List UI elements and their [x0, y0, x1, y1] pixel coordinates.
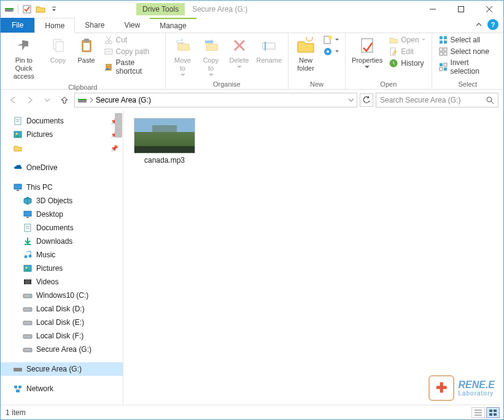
svg-point-65	[29, 255, 32, 258]
help-icon[interactable]: ?	[487, 19, 498, 30]
navigation-pane[interactable]: Documents📌Pictures📌📌 OneDrive This PC 3D…	[1, 111, 123, 405]
recent-locations-button[interactable]	[40, 93, 55, 107]
paste-shortcut-button[interactable]: Paste shortcut	[101, 58, 161, 76]
refresh-button[interactable]	[360, 93, 373, 107]
open-icon	[389, 35, 398, 45]
tab-file[interactable]: File	[1, 18, 34, 33]
tree-pc-item[interactable]: Videos	[1, 275, 123, 289]
details-view-button[interactable]	[471, 407, 485, 418]
properties-icon	[357, 36, 377, 55]
context-tab-drive-tools[interactable]: Drive Tools	[136, 3, 185, 15]
select-all-button[interactable]: Select all	[436, 34, 500, 45]
tree-pc-item[interactable]: Local Disk (D:)	[1, 302, 123, 316]
tree-network[interactable]: Network	[1, 382, 123, 395]
file-thumbnail	[134, 118, 195, 154]
new-item-icon	[323, 35, 333, 45]
properties-checkbox-icon[interactable]	[21, 3, 33, 15]
drive-icon	[23, 317, 33, 327]
new-folder-button[interactable]: New folder	[292, 34, 319, 74]
tree-pc-item[interactable]: Secure Area (G:)	[1, 343, 123, 356]
tree-this-pc[interactable]: This PC	[1, 181, 123, 194]
tab-manage[interactable]: Manage	[150, 18, 196, 33]
back-button[interactable]	[6, 93, 20, 107]
sidebar-scrollbar[interactable]	[114, 111, 123, 405]
quick-access-toolbar	[1, 3, 63, 15]
paste-button[interactable]: Paste	[73, 34, 100, 66]
svg-rect-93	[494, 413, 497, 416]
new-item-button[interactable]	[320, 34, 341, 45]
collapse-ribbon-icon[interactable]	[475, 21, 483, 28]
copy-path-button[interactable]: Copy path	[101, 46, 161, 57]
tree-onedrive[interactable]: OneDrive	[1, 161, 123, 174]
close-button[interactable]	[475, 1, 503, 18]
select-none-button[interactable]: Select none	[436, 46, 500, 57]
tree-quick-item[interactable]: Pictures📌	[1, 128, 123, 141]
svg-rect-43	[440, 68, 443, 71]
folder-qat-icon[interactable]	[34, 3, 47, 15]
svg-rect-4	[52, 7, 56, 7]
group-select: Select all Select none Invert selection …	[432, 33, 503, 89]
tree-pc-item[interactable]: Music	[1, 248, 123, 262]
file-item[interactable]: canada.mp3	[131, 118, 198, 165]
edit-button[interactable]: Edit	[386, 46, 427, 57]
search-input[interactable]: Search Secure Area (G:)	[376, 93, 498, 107]
watermark-badge-icon: ✚	[428, 375, 454, 401]
network-icon	[13, 384, 23, 394]
titlebar: Drive Tools Secure Area (G:)	[1, 1, 503, 18]
tree-pc-item[interactable]: 3D Objects	[1, 194, 123, 208]
file-list[interactable]: canada.mp3	[123, 111, 503, 405]
address-bar[interactable]: Secure Area (G:)	[74, 93, 357, 107]
tree-pc-item[interactable]: Documents	[1, 221, 123, 235]
status-bar: 1 item	[1, 405, 503, 419]
tree-pc-item[interactable]: Windows10 (C:)	[1, 289, 123, 302]
svg-rect-10	[56, 42, 63, 52]
minimize-button[interactable]	[419, 1, 447, 18]
tab-view[interactable]: View	[114, 18, 150, 33]
tree-secure-area-selected[interactable]: Secure Area (G:)	[1, 362, 123, 376]
easy-access-button[interactable]	[320, 46, 341, 57]
large-icons-view-button[interactable]	[486, 407, 500, 418]
pic-icon	[13, 130, 23, 139]
tree-pc-item[interactable]: Desktop	[1, 208, 123, 221]
tree-pc-item[interactable]: Pictures	[1, 262, 123, 275]
forward-button[interactable]	[23, 93, 37, 107]
invert-selection-button[interactable]: Invert selection	[436, 58, 500, 76]
qat-dropdown-icon[interactable]	[48, 3, 60, 15]
svg-rect-46	[78, 99, 87, 100]
cut-button[interactable]: Cut	[101, 34, 161, 45]
tree-pc-item[interactable]: Local Disk (F:)	[1, 329, 123, 343]
svg-rect-41	[440, 63, 443, 66]
svg-rect-91	[494, 410, 497, 412]
delete-button[interactable]: Delete	[226, 34, 253, 69]
rename-button[interactable]: Rename	[254, 34, 285, 66]
history-button[interactable]: History	[386, 58, 427, 69]
copy-to-button[interactable]: Copy to	[198, 34, 225, 77]
properties-button[interactable]: Properties	[349, 34, 385, 69]
svg-point-27	[328, 36, 332, 39]
drive-icon	[23, 304, 33, 314]
tree-pc-item[interactable]: Local Disk (E:)	[1, 316, 123, 329]
tab-share[interactable]: Share	[75, 18, 114, 33]
tab-home[interactable]: Home	[34, 18, 75, 33]
svg-rect-90	[489, 410, 492, 412]
svg-point-15	[109, 41, 112, 44]
pin-to-quick-access-button[interactable]: Pin to Quick access	[4, 34, 44, 82]
open-button[interactable]: Open	[386, 34, 427, 45]
svg-rect-59	[26, 217, 29, 218]
tree-pc-item[interactable]: Downloads	[1, 235, 123, 248]
tree-quick-item[interactable]: 📌	[1, 141, 123, 155]
svg-rect-42	[444, 63, 447, 66]
down-icon	[23, 236, 33, 246]
svg-rect-54	[14, 184, 21, 189]
tree-quick-item[interactable]: Documents📌	[1, 114, 123, 128]
edit-icon	[389, 47, 398, 56]
up-button[interactable]	[57, 93, 72, 107]
address-dropdown-icon[interactable]	[348, 97, 354, 103]
move-to-button[interactable]: Move to	[169, 34, 196, 77]
group-label-select: Select	[436, 79, 500, 89]
copy-button[interactable]: Copy	[45, 34, 72, 66]
select-none-icon	[438, 47, 448, 56]
maximize-button[interactable]	[447, 1, 475, 18]
svg-point-64	[25, 255, 28, 259]
svg-rect-58	[24, 211, 31, 216]
